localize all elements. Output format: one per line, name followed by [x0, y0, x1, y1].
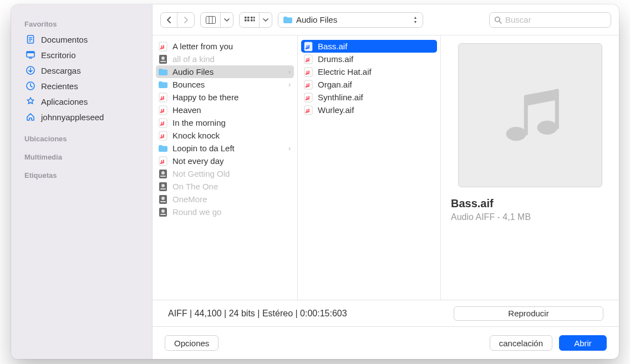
svg-rect-17 — [253, 17, 255, 19]
preview-subtitle: Audio AIFF - 4,1 MB — [451, 212, 609, 222]
search-icon — [494, 16, 502, 24]
svg-point-32 — [161, 171, 165, 175]
file-row[interactable]: Bass.aif — [301, 40, 437, 53]
svg-rect-19 — [253, 19, 255, 22]
audio-info-text: AIFF | 44,100 | 24 bits | Estéreo | 0:00… — [168, 309, 347, 319]
sidebar-item-recientes[interactable]: Recientes — [21, 78, 146, 94]
audio-icon — [158, 105, 168, 115]
sidebar-header-media[interactable]: Multimedia — [24, 153, 143, 161]
project-icon — [158, 169, 168, 179]
file-row[interactable]: Not Getting Old — [153, 167, 297, 180]
columns-view-button[interactable] — [201, 13, 221, 27]
sidebar-header-favorites: Favoritos — [24, 20, 143, 28]
file-name: Drums.aif — [318, 54, 434, 64]
file-row[interactable]: Drums.aif — [298, 53, 440, 65]
audio-icon — [158, 131, 168, 141]
file-row[interactable]: Not every day — [153, 155, 297, 167]
open-dialog-window: Favoritos DocumentosEscritorioDescargasR… — [11, 4, 619, 359]
file-row[interactable]: In the morning — [153, 116, 297, 129]
svg-rect-39 — [160, 201, 166, 202]
location-label: Audio Files — [296, 15, 408, 24]
svg-rect-42 — [160, 214, 166, 215]
sidebar-header-locations[interactable]: Ubicaciones — [24, 135, 143, 143]
project-icon — [158, 182, 168, 192]
file-row[interactable]: Round we go — [153, 206, 297, 218]
location-popup[interactable]: Audio Files ▲▼ — [278, 12, 423, 28]
file-row[interactable]: Electric Hat.aif — [298, 65, 440, 78]
browser-column-1[interactable]: A letter from youall of a kindAudio File… — [153, 35, 298, 300]
main-area: Audio Files ▲▼ A letter from youall of a… — [153, 4, 619, 359]
view-columns-control — [200, 12, 233, 28]
audio-icon — [158, 93, 168, 102]
file-row[interactable]: Heaven — [153, 104, 297, 116]
sidebar-item-aplicaciones[interactable]: Aplicaciones — [21, 94, 146, 109]
browser-column-2[interactable]: Bass.aifDrums.aifElectric Hat.aifOrgan.a… — [298, 35, 441, 300]
sidebar-header-tags[interactable]: Etiquetas — [24, 171, 143, 180]
sidebar-item-label: Descargas — [41, 66, 81, 75]
file-name: Round we go — [172, 207, 291, 217]
svg-rect-36 — [160, 188, 166, 189]
file-row[interactable]: OneMore — [153, 193, 297, 206]
file-row[interactable]: Synthline.aif — [298, 91, 440, 104]
audio-icon — [303, 105, 313, 115]
svg-point-49 — [506, 127, 526, 141]
sidebar: Favoritos DocumentosEscritorioDescargasR… — [11, 4, 153, 359]
file-name: Heaven — [172, 105, 291, 115]
folder-icon — [158, 80, 168, 90]
group-button[interactable] — [240, 13, 260, 27]
file-row[interactable]: On The One — [153, 180, 297, 193]
file-name: Wurley.aif — [318, 105, 434, 115]
file-name: Not Getting Old — [172, 169, 291, 178]
column-browser: A letter from youall of a kindAudio File… — [153, 35, 619, 300]
view-menu-chevron[interactable] — [221, 13, 233, 27]
file-row[interactable]: Wurley.aif — [298, 104, 440, 116]
file-row[interactable]: Organ.aif — [298, 78, 440, 91]
file-name: Bass.aif — [318, 42, 434, 51]
sidebar-item-documentos[interactable]: Documentos — [21, 32, 146, 47]
search-field[interactable] — [489, 12, 611, 28]
file-name: Organ.aif — [318, 80, 434, 89]
file-name: In the morning — [172, 118, 291, 127]
search-input[interactable] — [505, 15, 606, 24]
sidebar-item-descargas[interactable]: Descargas — [21, 63, 146, 78]
group-menu-chevron[interactable] — [260, 13, 272, 27]
sidebar-item-escritorio[interactable]: Escritorio — [21, 47, 146, 63]
file-row[interactable]: Happy to be there — [153, 91, 297, 104]
home-icon — [26, 112, 35, 122]
play-button[interactable]: Reproducir — [454, 306, 603, 321]
svg-rect-12 — [245, 17, 247, 19]
svg-point-35 — [161, 184, 165, 187]
svg-rect-15 — [247, 19, 250, 22]
file-row[interactable]: Bounces› — [153, 78, 297, 91]
audio-icon — [158, 156, 168, 166]
cancel-button[interactable]: cancelación — [490, 335, 552, 351]
chevron-right-icon: › — [288, 81, 291, 89]
svg-point-50 — [537, 121, 557, 135]
open-button[interactable]: Abrir — [559, 335, 607, 351]
svg-rect-14 — [245, 19, 247, 22]
project-icon — [158, 54, 168, 64]
preview-title: Bass.aif — [451, 197, 609, 210]
forward-button[interactable] — [177, 13, 194, 27]
file-name: On The One — [172, 182, 291, 191]
svg-line-21 — [499, 21, 501, 23]
file-row[interactable]: Knock knock — [153, 129, 297, 142]
audio-icon — [303, 80, 313, 90]
file-row[interactable]: Loopin to da Left› — [153, 142, 297, 155]
sidebar-item-johnnyappleseed[interactable]: johnnyappleseed — [21, 109, 146, 125]
toolbar: Audio Files ▲▼ — [153, 4, 619, 35]
svg-rect-25 — [160, 61, 166, 62]
back-button[interactable] — [161, 13, 177, 27]
options-button[interactable]: Opciones — [165, 335, 219, 351]
file-name: Synthline.aif — [318, 93, 434, 102]
audio-icon — [158, 42, 168, 52]
folder-icon — [283, 16, 293, 24]
sidebar-item-label: Recientes — [41, 81, 78, 91]
nav-back-forward — [160, 12, 195, 28]
file-row[interactable]: Audio Files› — [156, 65, 294, 78]
preview-thumbnail — [458, 43, 602, 187]
file-row[interactable]: A letter from you — [153, 40, 297, 53]
doc-icon — [26, 34, 35, 44]
file-row[interactable]: all of a kind — [153, 53, 297, 65]
file-name: Audio Files — [172, 67, 284, 76]
